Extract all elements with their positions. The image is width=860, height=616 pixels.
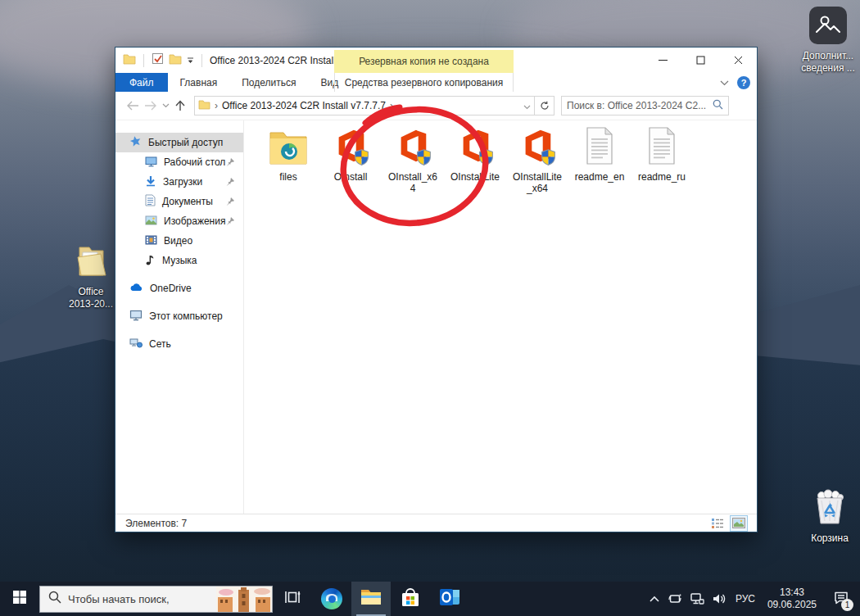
- sidebar-item-onedrive[interactable]: OneDrive: [115, 279, 243, 298]
- sidebar-item-quick-access[interactable]: Быстрый доступ: [115, 133, 243, 152]
- documents-icon: [145, 194, 156, 209]
- edge-button[interactable]: [312, 582, 351, 616]
- file-item-oinstall[interactable]: OInstall: [319, 122, 382, 194]
- taskbar-search-input[interactable]: [68, 593, 199, 605]
- tab-file[interactable]: Файл: [115, 73, 168, 92]
- minimize-button[interactable]: [644, 48, 681, 73]
- videos-icon: [145, 235, 157, 247]
- language-indicator[interactable]: РУС: [734, 593, 757, 605]
- window-folder-icon: [123, 53, 136, 68]
- ribbon-collapse-chevron-icon[interactable]: [720, 77, 729, 88]
- navigation-pane: Быстрый доступ Рабочий стол Загрузки: [115, 120, 244, 514]
- open-folder-icon: [70, 242, 112, 283]
- help-icon[interactable]: ?: [737, 76, 750, 89]
- sidebar-item-this-pc[interactable]: Этот компьютер: [115, 306, 243, 326]
- text-document-icon: [583, 126, 616, 169]
- system-tray: РУС 13:43 09.06.2025 1: [649, 582, 860, 616]
- recent-locations-chevron-icon[interactable]: [160, 97, 171, 115]
- pin-icon: [225, 177, 235, 189]
- search-icon: [48, 591, 61, 607]
- file-item-files[interactable]: files: [257, 122, 319, 194]
- search-input[interactable]: [567, 100, 713, 111]
- outlook-button[interactable]: [430, 582, 469, 616]
- file-label: OInstall_x6 4: [388, 171, 437, 194]
- desktop-icon-label: Корзина: [811, 532, 849, 545]
- file-item-oinstalllite[interactable]: OInstallLite: [444, 122, 506, 194]
- desktop-icon-label: Дополнит... сведения ...: [801, 50, 855, 75]
- details-view-icon[interactable]: [709, 516, 726, 531]
- file-label: readme_ru: [638, 171, 686, 183]
- refresh-icon[interactable]: [535, 96, 554, 116]
- items-count: Элементов: 7: [125, 518, 187, 529]
- desktop-icon-recycle-bin[interactable]: Корзина: [794, 487, 860, 545]
- tab-share[interactable]: Поделиться: [229, 73, 308, 92]
- ribbon-tabs: Файл Главная Поделиться Вид Средства рез…: [115, 73, 757, 92]
- action-center-button[interactable]: 1: [827, 582, 855, 616]
- file-item-oinstall-x64[interactable]: OInstall_x6 4: [382, 122, 444, 194]
- file-explorer-icon: [360, 588, 382, 609]
- sidebar-item-desktop[interactable]: Рабочий стол: [115, 152, 243, 172]
- search-highlight-illustration[interactable]: [216, 587, 272, 612]
- back-icon[interactable]: [124, 97, 142, 115]
- contextual-tab-header: Резервная копия не создана: [334, 50, 514, 73]
- network-icon: [129, 337, 143, 351]
- network-icon[interactable]: [690, 592, 704, 605]
- thumbnail-view-icon[interactable]: [731, 516, 747, 531]
- volume-icon[interactable]: [712, 592, 726, 605]
- up-icon[interactable]: [171, 97, 189, 115]
- forward-icon[interactable]: [142, 97, 160, 115]
- file-item-readme-ru[interactable]: readme_ru: [631, 122, 693, 194]
- desktop-icon: [145, 156, 157, 170]
- maximize-button[interactable]: [681, 48, 719, 73]
- sidebar-item-music[interactable]: Музыка: [115, 251, 243, 270]
- store-icon: [401, 587, 420, 611]
- qat-new-folder-icon[interactable]: [169, 53, 182, 68]
- folder-icon: [269, 129, 308, 169]
- sidebar-item-videos[interactable]: Видео: [115, 231, 243, 251]
- uac-shield-icon: [540, 148, 557, 170]
- start-button[interactable]: [0, 582, 39, 616]
- clock[interactable]: 13:43 09.06.2025: [764, 587, 820, 611]
- uac-shield-icon: [353, 148, 370, 170]
- sidebar-item-network[interactable]: Сеть: [115, 334, 243, 354]
- pin-icon: [225, 216, 235, 229]
- downloads-icon: [145, 175, 156, 189]
- photo-icon: [809, 7, 847, 48]
- address-dropdown-chevron-icon[interactable]: [523, 98, 531, 113]
- taskbar-search-box[interactable]: [39, 586, 273, 613]
- file-label: OInstallLite: [450, 171, 500, 183]
- tab-home[interactable]: Главная: [168, 73, 230, 92]
- clock-date: 09.06.2025: [767, 599, 817, 611]
- file-label: files: [279, 171, 296, 183]
- tab-backup-tools[interactable]: Средства резервного копирования: [334, 73, 514, 92]
- file-label: OInstall: [334, 171, 368, 183]
- sidebar-item-pictures[interactable]: Изображения: [115, 211, 243, 231]
- taskbar: РУС 13:43 09.06.2025 1: [0, 582, 860, 616]
- task-view-button[interactable]: [273, 582, 312, 616]
- qat-properties-icon[interactable]: [152, 52, 164, 68]
- device-sync-icon[interactable]: [668, 592, 682, 605]
- breadcrumb-path[interactable]: Office 2013-2024 C2R Install v7.7.7.7: [222, 100, 386, 111]
- file-item-readme-en[interactable]: readme_en: [568, 122, 631, 194]
- music-icon: [145, 254, 156, 268]
- onedrive-cloud-icon: [129, 283, 143, 294]
- store-button[interactable]: [391, 582, 430, 616]
- address-input[interactable]: › Office 2013-2024 C2R Install v7.7.7.7 …: [194, 96, 535, 116]
- computer-icon: [129, 310, 143, 324]
- sidebar-item-documents[interactable]: Документы: [115, 192, 243, 211]
- close-button[interactable]: [719, 48, 757, 73]
- recycle-bin-icon: [811, 487, 849, 530]
- desktop-icon-info[interactable]: Дополнит... сведения ...: [793, 7, 860, 75]
- file-item-oinstalllite-x64[interactable]: OInstallLite _x64: [506, 122, 568, 194]
- quick-access-star-icon: [129, 135, 142, 150]
- hidden-icons-chevron-icon[interactable]: [649, 595, 660, 603]
- search-box[interactable]: [561, 96, 729, 116]
- qat-customize-chevron-icon[interactable]: [187, 53, 194, 68]
- sidebar-item-downloads[interactable]: Загрузки: [115, 172, 243, 192]
- file-explorer-button[interactable]: [351, 582, 391, 616]
- notification-badge: 1: [841, 599, 853, 611]
- uac-shield-icon: [478, 148, 495, 170]
- clock-time: 13:43: [767, 587, 817, 599]
- desktop-icon-label: Office 2013-20...: [69, 286, 113, 310]
- outlook-icon: [439, 587, 460, 610]
